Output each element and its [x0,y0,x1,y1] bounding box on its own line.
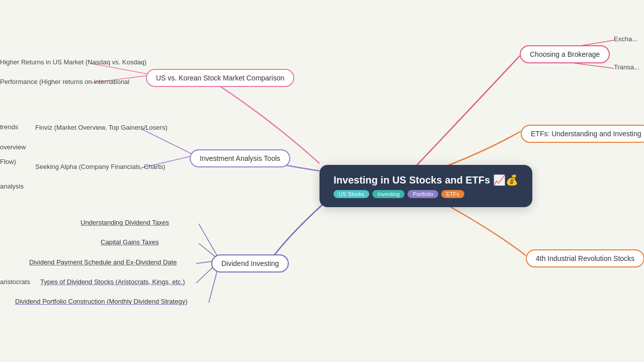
overview-node: overview [0,142,26,151]
exchange-partial-label: Excha... [614,35,637,43]
capital-gains-label: Capital Gains Taxes [101,238,158,246]
dividend-portfolio-label: Dividend Portfolio Construction (Monthly… [15,298,188,305]
analysis-node: analysis [0,182,24,191]
center-node[interactable]: Investing in US Stocks and ETFs 📈💰 US St… [319,165,532,207]
korean-comparison-label: US vs. Korean Stock Market Comparison [146,69,294,87]
etfs-label: ETFs: Understanding and Investing [521,125,644,143]
industrial-label: 4th Industrial Revolution Stocks [526,249,644,267]
nasdaq-returns-label: Higher Returns in US Market (Nasdaq vs. … [0,58,146,66]
tag-portfolio: Portfolio [408,190,438,198]
capital-gains-node[interactable]: Capital Gains Taxes [101,237,158,246]
finviz-node[interactable]: Finviz (Market Overview, Top Gainers/Los… [35,123,168,132]
tag-etfs: ETFs [441,190,464,198]
analysis-label: analysis [0,183,24,190]
dividend-taxes-label: Understanding Dividend Taxes [80,219,169,226]
dividend-investing-node[interactable]: Dividend Investing [211,254,289,273]
transact-partial-label: Transa... [614,63,639,71]
svg-line-0 [141,129,195,155]
korean-comparison-node[interactable]: US vs. Korean Stock Market Comparison [146,69,294,87]
investment-tools-node[interactable]: Investment Analysis Tools [190,149,290,167]
seeking-alpha-label: Seeking Alpha (Company Financials, Chart… [35,163,166,170]
dividend-investing-label: Dividend Investing [211,254,289,273]
exchange-partial-node: Excha... [614,34,637,43]
industrial-node[interactable]: 4th Industrial Revolution Stocks [526,249,644,267]
dividend-schedule-node[interactable]: Dividend Payment Schedule and Ex-Dividen… [29,257,177,266]
trends-node: trends [0,122,18,131]
tag-investing: Investing [372,190,405,198]
flow-node: Flow) [0,157,16,166]
aristocrats-label: aristocrats [0,278,30,286]
finviz-label: Finviz (Market Overview, Top Gainers/Los… [35,124,168,131]
center-tags: US Stocks Investing Portfolio ETFs [334,190,464,198]
investment-tools-label: Investment Analysis Tools [190,149,290,167]
seeking-alpha-node[interactable]: Seeking Alpha (Company Financials, Chart… [35,162,166,171]
aristocrats-text-node: aristocrats [0,277,30,286]
trends-label: trends [0,123,18,131]
dividend-types-node[interactable]: Types of Dividend Stocks (Aristocrats, K… [40,277,185,286]
transact-partial-node: Transa... [614,62,639,71]
nasdaq-returns-node: Higher Returns in US Market (Nasdaq vs. … [0,57,146,66]
overview-label: overview [0,143,26,151]
etfs-node[interactable]: ETFs: Understanding and Investing [521,125,644,143]
center-title: Investing in US Stocks and ETFs 📈💰 [334,174,518,186]
tag-us-stocks: US Stocks [334,190,369,198]
dividend-types-label: Types of Dividend Stocks (Aristocrats, K… [40,278,185,286]
choosing-brokerage-label: Choosing a Brokerage [520,45,610,63]
flow-label: Flow) [0,158,16,165]
choosing-brokerage-node[interactable]: Choosing a Brokerage [520,45,610,63]
dividend-taxes-node[interactable]: Understanding Dividend Taxes [80,218,169,227]
dividend-portfolio-node[interactable]: Dividend Portfolio Construction (Monthly… [15,297,188,306]
higher-returns-label: Performance (Higher returns on internati… [0,78,129,85]
higher-returns-node: Performance (Higher returns on internati… [0,77,129,86]
dividend-schedule-label: Dividend Payment Schedule and Ex-Dividen… [29,258,177,266]
